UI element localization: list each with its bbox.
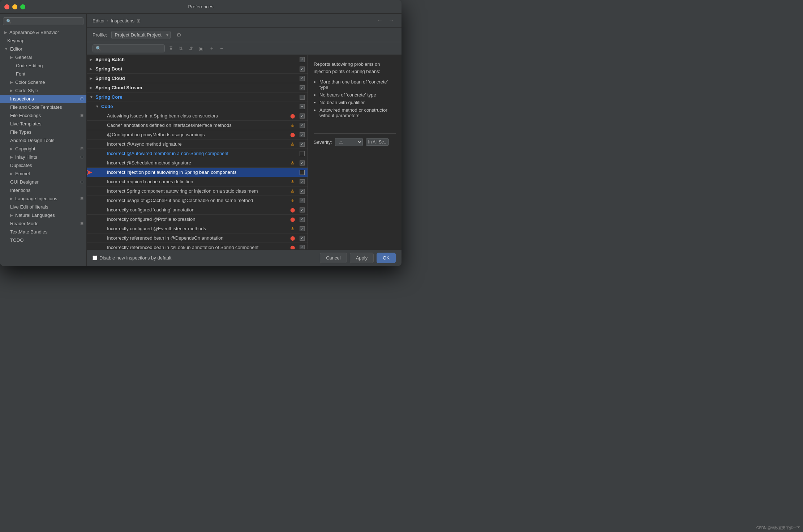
sidebar-item-gui-designer[interactable]: GUI Designer ⊞ (0, 178, 86, 186)
sidebar-item-natural-languages[interactable]: ▶ Natural Languages (0, 211, 86, 219)
sidebar-item-copyright[interactable]: ▶ Copyright ⊞ (0, 145, 86, 153)
sidebar-item-file-encodings[interactable]: File Encodings ⊞ (0, 111, 86, 120)
forward-button[interactable]: → (387, 17, 396, 25)
sidebar-item-language-injections[interactable]: ▶ Language Injections ⊞ (0, 194, 86, 203)
sidebar-item-live-edit[interactable]: Live Edit of literals (0, 203, 86, 211)
async-signature-row[interactable]: Incorrect @Async method signature ⚠ (87, 140, 308, 149)
sidebar-item-android-design-tools[interactable]: Android Design Tools (0, 136, 86, 145)
spring-cloud-label: Spring Cloud (95, 76, 297, 81)
autowired-non-spring-row[interactable]: Incorrect @Autowired member in a non-Spr… (87, 149, 308, 158)
sidebar-item-reader-mode[interactable]: Reader Mode ⊞ (0, 219, 86, 228)
profile-select[interactable]: Project Default Project Default (111, 31, 171, 39)
collapse-all-button[interactable]: ⇵ (187, 45, 194, 52)
sidebar-item-inspections[interactable]: Inspections ⊞ (0, 95, 86, 103)
spring-boot-checkbox[interactable] (300, 66, 305, 72)
static-autowiring-checkbox[interactable] (300, 189, 305, 194)
config-proxy-checkbox[interactable] (300, 132, 305, 137)
spring-core-checkbox[interactable] (300, 95, 305, 100)
required-cache-names-row[interactable]: Incorrect required cache names definitio… (87, 177, 308, 186)
injection-autowiring-checkbox[interactable] (300, 170, 305, 175)
sidebar-item-emmet[interactable]: ▶ Emmet (0, 170, 86, 178)
spring-cloud-stream-checkbox[interactable] (300, 85, 305, 90)
config-proxy-row[interactable]: @Configuration proxyMethods usage warnin… (87, 130, 308, 140)
code-group-row[interactable]: ▼ Code (87, 102, 308, 111)
sidebar-item-label: Android Design Tools (10, 138, 55, 143)
sidebar-item-inlay-hints[interactable]: ▶ Inlay Hints ⊞ (0, 153, 86, 161)
injection-autowiring-row[interactable]: ➤ Incorrect injection point autowiring i… (87, 168, 308, 177)
apply-button[interactable]: Apply (350, 253, 374, 263)
code-group-checkbox[interactable] (300, 104, 305, 109)
sidebar-item-code-style[interactable]: ▶ Code Style (0, 86, 86, 95)
autowiring-constructors-row[interactable]: Autowiring issues in a Spring bean class… (87, 111, 308, 121)
sidebar-item-label: Natural Languages (15, 213, 55, 218)
autowiring-constructors-checkbox[interactable] (300, 113, 305, 119)
maximize-button[interactable] (20, 4, 25, 9)
sidebar-item-code-editing[interactable]: Code Editing (0, 61, 86, 70)
sidebar-item-label: TextMate Bundles (10, 229, 47, 235)
eventlistener-row[interactable]: Incorrectly configured @EventListener me… (87, 224, 308, 233)
static-autowiring-row[interactable]: Incorrect Spring component autowiring or… (87, 186, 308, 196)
sidebar-item-file-code-templates[interactable]: File and Code Templates (0, 103, 86, 111)
cacheput-cacheable-checkbox[interactable] (300, 198, 305, 203)
add-button[interactable]: ＋ (208, 44, 216, 52)
sidebar-item-general[interactable]: ▶ General (0, 53, 86, 61)
spring-cloud-row[interactable]: ▶ Spring Cloud (87, 74, 308, 83)
spring-batch-checkbox[interactable] (300, 57, 305, 62)
severity-select[interactable]: ⚠ ⬤ Error ℹ Info (335, 138, 363, 146)
caching-annotation-checkbox[interactable] (300, 207, 305, 213)
split-panel: ▶ Spring Batch ▶ Spring Boot ▶ Spring Cl… (87, 55, 402, 249)
remove-button[interactable]: − (219, 45, 224, 52)
depends-on-row[interactable]: Incorrectly referenced bean in @DependsO… (87, 233, 308, 243)
breadcrumb-separator: › (107, 18, 108, 23)
disable-check-container: Disable new inspections by default (93, 255, 171, 261)
spring-batch-row[interactable]: ▶ Spring Batch (87, 55, 308, 64)
sidebar-item-textmate[interactable]: TextMate Bundles (0, 228, 86, 236)
sidebar-search-input[interactable] (3, 17, 83, 25)
profile-gear-button[interactable]: ⚙ (175, 31, 183, 39)
depends-on-checkbox[interactable] (300, 236, 305, 241)
sidebar-item-font[interactable]: Font (0, 70, 86, 78)
sidebar-item-intentions[interactable]: Intentions (0, 186, 86, 194)
sidebar-item-todo[interactable]: TODO (0, 236, 86, 244)
minimize-button[interactable] (12, 4, 17, 9)
cache-annotations-checkbox[interactable] (300, 123, 305, 128)
scope-button[interactable]: In All Sc.. (366, 138, 389, 146)
sidebar-item-duplicates[interactable]: Duplicates (0, 161, 86, 170)
spring-boot-row[interactable]: ▶ Spring Boot (87, 64, 308, 74)
ok-button[interactable]: OK (377, 253, 396, 263)
lookup-checkbox[interactable] (300, 245, 305, 250)
scheduled-signature-row[interactable]: Incorrect @Scheduled method signature ⚠ (87, 158, 308, 168)
disable-new-checkbox[interactable] (93, 256, 97, 260)
cancel-button[interactable]: Cancel (320, 253, 347, 263)
spring-cloud-stream-row[interactable]: ▶ Spring Cloud Stream (87, 83, 308, 93)
sidebar-item-keymap[interactable]: Keymap (0, 37, 86, 45)
spring-core-row[interactable]: ▼ Spring Core (87, 93, 308, 102)
sidebar-item-appearance-behavior[interactable]: ▶ Appearance & Behavior (0, 28, 86, 37)
main-layout: ▶ Appearance & Behavior Keymap ▼ Editor … (0, 14, 402, 266)
caching-annotation-row[interactable]: Incorrectly configured 'caching' annotat… (87, 205, 308, 215)
sidebar-item-live-templates[interactable]: Live Templates (0, 120, 86, 128)
profile-expression-row[interactable]: Incorrectly configured @Profile expressi… (87, 215, 308, 224)
expand-all-button[interactable]: ⇅ (177, 45, 184, 52)
group-button[interactable]: ▣ (197, 45, 205, 52)
required-cache-names-checkbox[interactable] (300, 179, 305, 184)
inspection-search-input[interactable] (93, 44, 165, 52)
sidebar-item-editor[interactable]: ▼ Editor (0, 45, 86, 53)
cache-annotations-row[interactable]: Cache* annotations defined on interfaces… (87, 121, 308, 130)
cacheput-cacheable-row[interactable]: Incorrect usage of @CachePut and @Cachea… (87, 196, 308, 205)
profile-expression-checkbox[interactable] (300, 217, 305, 222)
back-button[interactable]: ← (375, 17, 384, 25)
async-signature-checkbox[interactable] (300, 142, 305, 147)
autowired-non-spring-checkbox[interactable] (300, 151, 305, 156)
inspection-toolbar: ⊽ ⇅ ⇵ ▣ ＋ − (87, 42, 402, 55)
scheduled-signature-checkbox[interactable] (300, 160, 305, 166)
filter-button[interactable]: ⊽ (168, 45, 174, 52)
eventlistener-checkbox[interactable] (300, 226, 305, 231)
disable-new-label: Disable new inspections by default (99, 255, 171, 261)
lookup-row[interactable]: Incorrectly referenced bean in @Lookup a… (87, 243, 308, 249)
close-button[interactable] (4, 4, 9, 9)
bottom-bar: Disable new inspections by default Cance… (87, 249, 402, 266)
sidebar-item-color-scheme[interactable]: ▶ Color Scheme (0, 78, 86, 86)
spring-cloud-checkbox[interactable] (300, 76, 305, 81)
sidebar-item-file-types[interactable]: File Types (0, 128, 86, 136)
